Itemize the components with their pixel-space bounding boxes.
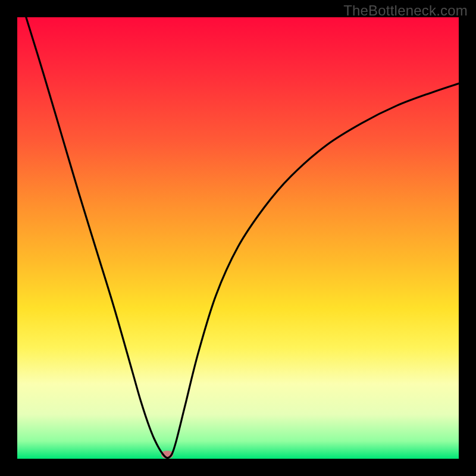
- curve-svg: [17, 17, 459, 459]
- plot-area: [17, 17, 459, 459]
- bottleneck-curve: [26, 17, 459, 458]
- chart-stage: TheBottleneck.com: [0, 0, 476, 476]
- watermark-text: TheBottleneck.com: [343, 2, 468, 19]
- plot-frame: [17, 17, 459, 459]
